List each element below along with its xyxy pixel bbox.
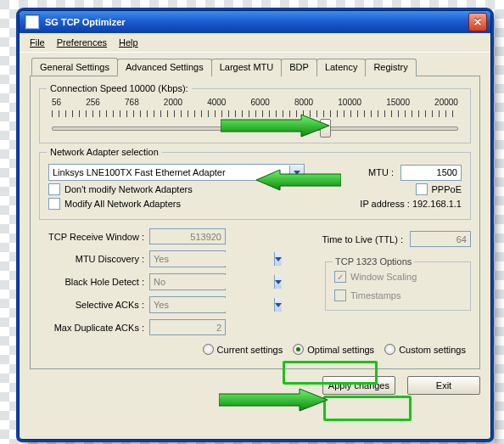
app-window: SG TCP Optimizer ✕ File Preferences Help…	[19, 10, 491, 440]
title-bar[interactable]: SG TCP Optimizer ✕	[20, 11, 490, 33]
speed-slider[interactable]	[52, 121, 458, 136]
speed-tick: 4000	[207, 98, 226, 107]
max-dup-acks-label: Max Duplicate ACKs :	[39, 323, 149, 333]
speed-scale: 56 256 768 2000 4000 6000 8000 10000 150…	[52, 98, 458, 107]
check-pppoe[interactable]: PPPoE	[416, 183, 462, 195]
app-icon	[25, 14, 40, 30]
left-fields: TCP Receive Window : MTU Discovery : Bla…	[39, 228, 226, 335]
dropdown-button[interactable]	[289, 166, 304, 179]
mtu-discovery-label: MTU Discovery :	[39, 254, 149, 264]
recv-window-input	[149, 228, 226, 244]
speed-ticks	[52, 110, 458, 117]
content-area: General Settings Advanced Settings Large…	[20, 53, 490, 403]
speed-tick: 768	[125, 98, 139, 107]
label: Timestamps	[350, 290, 401, 301]
max-dup-acks-input	[149, 319, 226, 335]
radio-current-settings[interactable]: Current settings	[203, 344, 283, 355]
group-connection-speed: Connection Speed 10000 (Kbps): 56 256 76…	[39, 88, 471, 143]
label: Current settings	[217, 345, 283, 355]
tcp1323-legend: TCP 1323 Options	[333, 256, 414, 267]
settings-mode-bar: Current settings Optimal settings Custom…	[39, 340, 471, 358]
radio-custom-settings[interactable]: Custom settings	[384, 344, 466, 355]
speed-legend: Connection Speed 10000 (Kbps):	[47, 83, 192, 93]
label: Optimal settings	[307, 345, 374, 355]
recv-window-label: TCP Receive Window :	[39, 232, 149, 242]
tab-strip: General Settings Advanced Settings Large…	[30, 58, 480, 76]
exit-button[interactable]: Exit	[407, 376, 480, 395]
adapter-legend: Network Adapter selection	[47, 147, 162, 157]
label: Modify All Network Adapters	[64, 199, 181, 209]
tab-largest-mtu[interactable]: Largest MTU	[211, 59, 283, 76]
selective-acks-dropdown	[149, 296, 226, 313]
ip-address-label: IP address : 192.168.1.1	[360, 199, 462, 209]
ttl-input	[410, 231, 471, 247]
menu-bar: File Preferences Help	[20, 33, 490, 53]
radio-optimal-settings[interactable]: Optimal settings	[293, 344, 374, 355]
ttl-label: Time to Live (TTL) :	[322, 234, 403, 244]
menu-file[interactable]: File	[25, 36, 50, 49]
close-icon: ✕	[473, 16, 482, 28]
speed-tick: 15000	[386, 98, 410, 107]
check-window-scaling: ✓Window Scaling	[334, 271, 462, 283]
tab-general[interactable]: General Settings	[31, 58, 118, 76]
mtu-input[interactable]	[400, 165, 462, 181]
speed-tick: 6000	[251, 98, 270, 107]
label: Don't modify Network Adapters	[64, 184, 193, 194]
menu-preferences[interactable]: Preferences	[52, 36, 112, 49]
speed-tick: 56	[52, 98, 61, 107]
chevron-down-icon	[294, 171, 300, 175]
tab-bdp[interactable]: BDP	[281, 59, 317, 76]
label: Window Scaling	[350, 272, 417, 282]
speed-tick: 10000	[338, 98, 361, 107]
mtu-label: MTU :	[368, 167, 394, 177]
black-hole-label: Black Hole Detect :	[39, 277, 149, 287]
apply-button[interactable]: Apply changes	[322, 376, 395, 395]
speed-tick: 20000	[434, 98, 458, 107]
window-title: SG TCP Optimizer	[45, 17, 126, 27]
group-adapter: Network Adapter selection MTU : Don't mo…	[39, 152, 471, 220]
speed-tick: 2000	[164, 98, 182, 107]
mtu-discovery-dropdown	[149, 250, 226, 267]
speed-tick: 256	[86, 98, 100, 107]
black-hole-dropdown	[149, 273, 226, 290]
check-dont-modify[interactable]: Don't modify Network Adapters	[48, 183, 193, 195]
tab-latency[interactable]: Latency	[316, 59, 367, 76]
speed-tick: 8000	[294, 98, 313, 107]
close-button[interactable]: ✕	[468, 13, 487, 31]
label: Custom settings	[399, 345, 466, 355]
adapter-dropdown[interactable]	[48, 164, 305, 181]
check-modify-all[interactable]: Modify All Network Adapters	[48, 198, 181, 210]
tab-registry[interactable]: Registry	[365, 59, 416, 76]
check-timestamps: Timestamps	[334, 289, 462, 301]
speed-thumb[interactable]	[320, 119, 331, 138]
menu-help[interactable]: Help	[114, 36, 143, 49]
group-tcp-1323: TCP 1323 Options ✓Window Scaling Timesta…	[325, 261, 471, 311]
tab-advanced[interactable]: Advanced Settings	[117, 59, 212, 76]
label: PPPoE	[432, 184, 462, 194]
settings-panel: Connection Speed 10000 (Kbps): 56 256 76…	[30, 76, 480, 369]
selective-acks-label: Selective ACKs :	[39, 300, 149, 310]
adapter-selected[interactable]	[49, 166, 289, 179]
